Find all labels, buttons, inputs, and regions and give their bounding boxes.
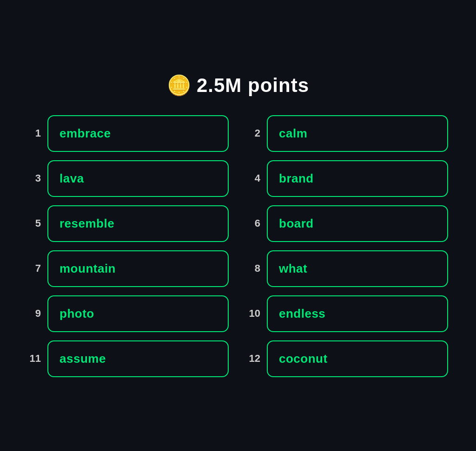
word-label: coconut [279, 352, 328, 366]
list-item[interactable]: 1embrace [28, 115, 229, 152]
word-label: resemble [60, 216, 114, 230]
item-number: 6 [247, 217, 260, 229]
item-number: 1 [28, 127, 41, 139]
word-box[interactable]: mountain [47, 250, 229, 287]
word-label: what [279, 261, 307, 275]
list-item[interactable]: 4brand [247, 160, 448, 197]
item-number: 9 [28, 307, 41, 320]
item-number: 3 [28, 172, 41, 184]
word-box[interactable]: lava [47, 160, 229, 197]
list-item[interactable]: 9photo [28, 295, 229, 332]
list-item[interactable]: 10endless [247, 295, 448, 332]
item-number: 5 [28, 217, 41, 229]
item-number: 12 [247, 353, 260, 365]
word-box[interactable]: board [267, 205, 448, 242]
word-label: board [279, 216, 314, 230]
list-item[interactable]: 7mountain [28, 250, 229, 287]
item-number: 4 [247, 172, 260, 184]
word-box[interactable]: embrace [47, 115, 229, 152]
item-number: 7 [28, 262, 41, 275]
list-item[interactable]: 3lava [28, 160, 229, 197]
word-label: lava [60, 171, 84, 185]
word-label: assume [60, 352, 106, 366]
list-item[interactable]: 5resemble [28, 205, 229, 242]
coin-icon: 🪙 [167, 76, 191, 95]
list-item[interactable]: 8what [247, 250, 448, 287]
points-display: 2.5M points [197, 74, 309, 97]
word-box[interactable]: coconut [267, 340, 448, 377]
word-box[interactable]: calm [267, 115, 448, 152]
word-box[interactable]: assume [47, 340, 229, 377]
item-number: 8 [247, 262, 260, 275]
word-label: photo [60, 307, 94, 320]
item-number: 11 [28, 353, 41, 365]
word-box[interactable]: what [267, 250, 448, 287]
word-label: brand [279, 171, 314, 185]
word-label: mountain [60, 261, 116, 275]
word-box[interactable]: brand [267, 160, 448, 197]
list-item[interactable]: 11assume [28, 340, 229, 377]
header: 🪙 2.5M points [28, 74, 448, 97]
word-box[interactable]: photo [47, 295, 229, 332]
word-label: endless [279, 307, 325, 320]
main-container: 🪙 2.5M points 1embrace2calm3lava4brand5r… [9, 60, 467, 391]
item-number: 10 [247, 307, 260, 320]
word-box[interactable]: endless [267, 295, 448, 332]
word-label: calm [279, 126, 307, 140]
item-number: 2 [247, 127, 260, 139]
word-grid: 1embrace2calm3lava4brand5resemble6board7… [28, 115, 448, 377]
list-item[interactable]: 12coconut [247, 340, 448, 377]
list-item[interactable]: 6board [247, 205, 448, 242]
word-box[interactable]: resemble [47, 205, 229, 242]
word-label: embrace [60, 126, 111, 140]
list-item[interactable]: 2calm [247, 115, 448, 152]
